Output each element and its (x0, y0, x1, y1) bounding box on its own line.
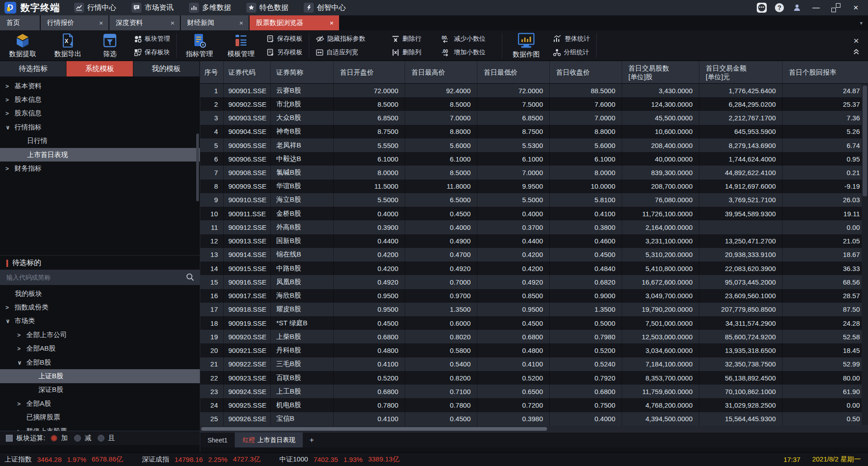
indicator-manage-button[interactable]: 指标管理 (179, 30, 220, 61)
template-manage-button[interactable]: 模板管理 (220, 30, 262, 61)
table-row[interactable]: 3 900903.SSE 大众B股 6.8500 7.0000 6.8500 7… (200, 111, 868, 124)
delete-column-button[interactable]: 删除列 (392, 47, 432, 58)
data-plot-button[interactable]: 数据作图 (504, 30, 548, 61)
table-row[interactable]: 9 900910.SSE 海立B股 5.5000 6.5000 5.5000 5… (200, 193, 868, 207)
hide-params-button[interactable]: 隐藏指标参数 (316, 33, 382, 45)
target-tree-item[interactable]: 我的板块 (0, 287, 200, 300)
delete-row-button[interactable]: 删除行 (392, 33, 432, 45)
column-header[interactable]: 证券代码 (224, 61, 271, 83)
panel-tab[interactable]: 待选指标 (0, 61, 66, 76)
search-input[interactable] (0, 274, 200, 281)
table-row[interactable]: 20 900921.SSE 丹科B股 0.4800 0.5800 0.4800 … (200, 343, 868, 357)
template-save-as-button[interactable]: 另存模板 (266, 47, 302, 58)
increase-decimal-button[interactable]: .00 增加小数位 (441, 47, 495, 58)
sheet-tab-sheet1[interactable]: Sheet1 (200, 433, 235, 447)
table-row[interactable]: 22 900923.SSE 百联B股 0.5200 0.8200 0.5200 … (200, 371, 868, 385)
table-row[interactable]: 21 900922.SSE 三毛B股 0.4100 0.5400 0.4100 … (200, 357, 868, 371)
column-header[interactable]: 首日交易金额[单位]元 (699, 61, 783, 83)
index-quote[interactable]: 上证指数 3464.28 1.97% 6578.86亿 (5, 455, 123, 464)
close-icon[interactable]: × (159, 19, 175, 27)
group-stats-button[interactable]: 分组统计 (553, 47, 590, 58)
table-row[interactable]: 8 900909.SSE 华谊B股 11.5000 11.8000 9.9500… (200, 180, 868, 193)
target-tree-item[interactable]: 已摘牌股票 (0, 411, 200, 424)
table-row[interactable]: 11 900912.SSE 外高B股 0.3900 0.4000 0.3700 … (200, 220, 868, 234)
table-row[interactable]: 25 900926.SSE 宝信B 0.4100 0.4500 0.3980 0… (200, 412, 868, 426)
decrease-decimal-button[interactable]: 00. 减少小数位 (441, 33, 495, 45)
indicator-tree-item[interactable]: > 股本信息 (0, 93, 200, 106)
table-row[interactable]: 4 900904.SSE 神奇B股 8.7500 8.8000 8.7500 8… (200, 125, 868, 138)
indicator-tree-item[interactable]: > 基本资料 (0, 79, 200, 93)
autofit-columns-button[interactable]: 自适应列宽 (316, 47, 382, 58)
table-row[interactable]: 16 900917.SSE 海欣B股 0.9500 0.9700 0.8500 … (200, 289, 868, 303)
close-panel-icon[interactable]: × (854, 37, 859, 45)
horizontal-scrollbar[interactable] (200, 426, 868, 432)
menu-item-ai-center[interactable]: 创智中心 (296, 0, 354, 15)
indicator-tree-item[interactable]: 日行情 (0, 134, 200, 148)
menu-item-featured-data[interactable]: 特色数据 (239, 0, 296, 15)
help-icon[interactable]: ? (775, 3, 784, 12)
vertical-scroll-thumb[interactable] (863, 86, 867, 196)
board-manage-button[interactable]: 板块管理 (134, 33, 170, 45)
tab-list-dropdown-icon[interactable]: ▾ (860, 20, 868, 26)
close-icon[interactable]: × (87, 19, 103, 27)
table-row[interactable]: 1 900901.SSE 云赛B股 72.0000 92.4000 72.000… (200, 84, 868, 97)
tab-finance-news[interactable]: 财经新闻× (181, 15, 250, 30)
column-header[interactable]: 首日开盘价 (334, 61, 405, 83)
table-row[interactable]: 18 900919.SSE *ST 绿庭B 0.4500 0.6000 0.45… (200, 316, 868, 330)
radio-option[interactable]: 且 (98, 434, 115, 442)
target-tree-item[interactable]: > 全部A股 (0, 397, 200, 410)
target-tree-item[interactable]: 上证B股 (0, 369, 200, 383)
target-tree-item[interactable]: ∨ 全部B股 (0, 356, 200, 369)
index-quote[interactable]: 中证1000 7402.35 1.93% 3389.13亿 (279, 455, 399, 464)
table-row[interactable]: 24 900925.SSE 机电B股 0.7800 0.7800 0.7200 … (200, 398, 868, 412)
table-row[interactable]: 17 900918.SSE 耀皮B股 0.9500 1.3500 0.9500 … (200, 303, 868, 316)
sheet-tab-active[interactable]: 红橙 上市首日表现 (235, 433, 303, 447)
tab-quotes[interactable]: 行情报价× (41, 15, 109, 30)
board-save-button[interactable]: 保存板块 (134, 47, 170, 58)
target-tree-item[interactable]: ∨ 市场类 (0, 314, 200, 328)
table-row[interactable]: 6 900906.SSE 中毅达B 6.1000 6.1000 6.1000 6… (200, 152, 868, 166)
indicator-tree-item[interactable]: > 股东信息 (0, 107, 200, 120)
target-tree-scrollbar[interactable] (196, 133, 199, 201)
menu-item-multi-data[interactable]: 多维数据 (181, 0, 239, 15)
board-operation-checkbox[interactable] (6, 435, 13, 442)
radio-option[interactable]: 加 (51, 434, 68, 442)
data-export-button[interactable]: X 数据导出 (45, 30, 90, 61)
close-icon[interactable]: × (227, 19, 243, 27)
data-extract-button[interactable]: 数据提取 (0, 30, 45, 61)
user-icon[interactable] (792, 3, 802, 13)
indicator-tree-item[interactable]: ∨ 行情指标 (0, 120, 200, 134)
target-tree-item[interactable]: > 暂停上市股票 (0, 424, 200, 431)
column-header[interactable]: 证券简称 (271, 61, 334, 83)
column-header[interactable]: 序号 (200, 61, 224, 83)
close-icon[interactable]: × (318, 19, 334, 27)
collapse-toolbar-icon[interactable] (853, 48, 860, 55)
column-header[interactable]: 首日最高价 (405, 61, 477, 83)
table-row[interactable]: 2 900902.SSE 市北B股 8.5000 8.5000 7.5000 7… (200, 97, 868, 111)
tab-home[interactable]: 首页 (0, 15, 41, 30)
tab-depth-info[interactable]: 深度资料× (109, 15, 181, 30)
search-icon[interactable] (186, 273, 194, 283)
add-sheet-button[interactable]: + (303, 433, 320, 447)
panel-tab[interactable]: 我的模板 (133, 61, 200, 76)
indicator-tree-item[interactable]: > 财务指标 (0, 162, 200, 175)
overall-stats-button[interactable]: 整体统计 (553, 33, 590, 45)
feedback-icon[interactable]: ••• (757, 3, 767, 13)
table-row[interactable]: 23 900924.SSE 上工B股 0.6800 0.7100 0.6500 … (200, 385, 868, 398)
column-header[interactable]: 首日收盘价 (550, 61, 622, 83)
indicator-tree-item[interactable]: 上市首日表现 (0, 148, 200, 162)
index-quote[interactable]: 深证成指 14798.16 2.25% 4727.3亿 (142, 455, 260, 464)
target-tree-item[interactable]: 深证B股 (0, 383, 200, 397)
table-row[interactable]: 7 900908.SSE 氯碱B股 8.0000 8.5000 7.0000 8… (200, 166, 868, 179)
target-tree-item[interactable]: > 全部上市公司 (0, 328, 200, 342)
horizontal-scroll-thumb[interactable] (201, 427, 547, 431)
minimize-button[interactable]: — (810, 4, 822, 12)
column-header[interactable]: 首日个股回报率 (783, 61, 868, 83)
table-row[interactable]: 13 900914.SSE 锦在线B 0.4200 0.4700 0.4200 … (200, 248, 868, 262)
table-row[interactable]: 12 900913.SSE 国新B股 0.4400 0.4900 0.4400 … (200, 234, 868, 248)
target-tree-item[interactable]: > 全部AB股 (0, 342, 200, 356)
table-row[interactable]: 19 900920.SSE 上柴B股 0.6800 0.8020 0.6800 … (200, 330, 868, 343)
table-row[interactable]: 15 900916.SSE 凤凰B股 0.4920 0.7000 0.4920 … (200, 275, 868, 289)
panel-tab[interactable]: 系统模板 (66, 61, 133, 76)
close-window-button[interactable]: × (850, 3, 862, 13)
